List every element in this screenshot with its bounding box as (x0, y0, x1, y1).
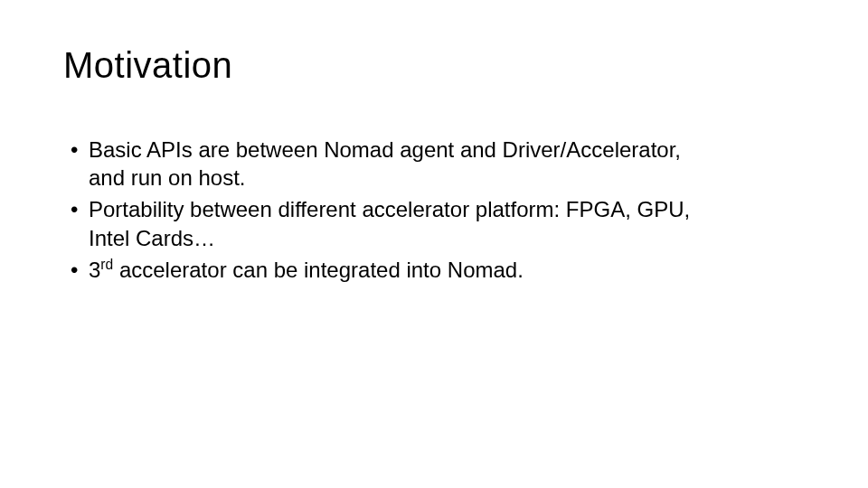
bullet-item: Portability between different accelerato… (67, 195, 805, 251)
bullet-item: Basic APIs are between Nomad agent and D… (67, 136, 805, 192)
slide-content: Motivation Basic APIs are between Nomad … (0, 0, 868, 333)
bullet-text-superscript: rd (100, 257, 113, 272)
bullet-text-line1: Portability between different accelerato… (89, 197, 690, 221)
bullet-list: Basic APIs are between Nomad agent and D… (63, 136, 805, 284)
bullet-text-line1: Basic APIs are between Nomad agent and D… (89, 137, 681, 162)
bullet-item: 3rd accelerator can be integrated into N… (67, 256, 805, 284)
bullet-text-prefix: 3 (89, 258, 100, 282)
bullet-text-line2: Intel Cards… (89, 224, 805, 252)
slide-title: Motivation (63, 45, 805, 86)
bullet-text-line2: and run on host. (89, 164, 805, 192)
bullet-text-suffix: accelerator can be integrated into Nomad… (113, 258, 524, 282)
